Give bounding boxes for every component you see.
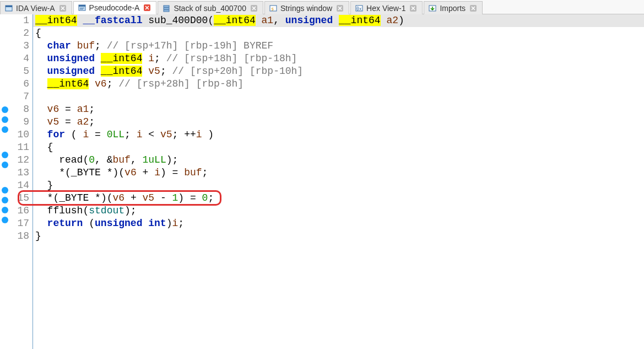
code-line-5[interactable]: unsigned __int64 v5; // [rsp+20h] [rbp-1… <box>33 65 644 78</box>
svg-text:0x: 0x <box>356 7 362 12</box>
code-line-4[interactable]: unsigned __int64 i; // [rsp+18h] [rbp-18… <box>33 52 644 65</box>
svg-rect-8 <box>164 10 169 12</box>
line-number: 4 <box>10 52 29 65</box>
hex-icon: 0x <box>355 4 363 12</box>
breakpoint-marker[interactable] <box>2 207 8 213</box>
tab-label: IDA View-A <box>16 4 55 13</box>
strings-icon: s <box>269 4 277 12</box>
imports-icon <box>429 4 436 12</box>
line-number: 13 <box>10 167 29 179</box>
svg-rect-7 <box>164 8 169 9</box>
breakpoint-marker[interactable] <box>2 152 8 158</box>
code-line-3[interactable]: char buf; // [rsp+17h] [rbp-19h] BYREF <box>33 40 644 52</box>
line-number: 2 <box>10 27 29 40</box>
tab-label: Hex View-1 <box>366 4 405 13</box>
tab-pseudocode-a[interactable]: Pseudocode-A <box>73 1 157 14</box>
line-number: 7 <box>10 90 29 103</box>
close-icon[interactable] <box>144 4 150 11</box>
line-number: 10 <box>10 128 29 141</box>
code-line-7[interactable] <box>33 90 644 103</box>
line-number: 9 <box>10 116 29 128</box>
code-line-15[interactable]: *(_BYTE *)(v6 + v5 - 1) = 0; <box>33 192 644 205</box>
close-icon[interactable] <box>59 5 66 12</box>
line-number: 8 <box>10 103 29 116</box>
line-number: 17 <box>10 217 29 230</box>
close-icon[interactable] <box>410 5 416 12</box>
close-icon[interactable] <box>470 5 477 12</box>
breakpoint-empty[interactable] <box>0 40 10 52</box>
stack-icon <box>163 4 170 12</box>
tab-bar: IDA View-APseudocode-AStack of sub_40070… <box>0 0 644 14</box>
breakpoint-empty[interactable] <box>0 52 10 65</box>
code-line-18[interactable]: } <box>33 230 644 243</box>
line-number: 11 <box>10 141 29 154</box>
code-line-13[interactable]: *(_BYTE *)(v6 + i) = buf; <box>33 167 644 179</box>
code-line-8[interactable]: v6 = a1; <box>33 103 644 116</box>
tab-label: Imports <box>440 4 466 13</box>
breakpoint-marker[interactable] <box>2 106 8 113</box>
code-line-9[interactable]: v5 = a2; <box>33 116 644 128</box>
svg-rect-5 <box>80 9 83 9</box>
line-number: 16 <box>10 205 29 217</box>
tab-hex-view-1[interactable]: 0xHex View-1 <box>350 1 423 14</box>
breakpoint-marker[interactable] <box>2 126 8 133</box>
breakpoint-empty[interactable] <box>0 136 10 148</box>
code-content[interactable]: __int64 __fastcall sub_400D00(__int64 a1… <box>33 14 644 349</box>
viewA-icon <box>5 4 13 12</box>
tab-label: Strings window <box>280 4 332 13</box>
code-area: 123456789101112131415161718 __int64 __fa… <box>0 14 644 349</box>
breakpoint-empty[interactable] <box>0 171 10 184</box>
breakpoint-marker[interactable] <box>2 116 8 123</box>
line-number-gutter: 123456789101112131415161718 <box>10 14 33 349</box>
close-icon[interactable] <box>251 5 257 12</box>
line-number: 6 <box>10 78 29 90</box>
line-number: 14 <box>10 179 29 192</box>
svg-rect-4 <box>80 8 84 8</box>
svg-text:s: s <box>271 6 274 12</box>
breakpoint-empty[interactable] <box>0 65 10 78</box>
breakpoint-empty[interactable] <box>0 78 10 90</box>
line-number: 3 <box>10 40 29 52</box>
code-line-6[interactable]: __int64 v6; // [rsp+28h] [rbp-8h] <box>33 78 644 90</box>
code-line-16[interactable]: fflush(stdout); <box>33 205 644 217</box>
line-number: 18 <box>10 230 29 243</box>
breakpoint-empty[interactable] <box>0 90 10 103</box>
tab-imports[interactable]: Imports <box>424 1 483 14</box>
code-line-17[interactable]: return (unsigned int)i; <box>33 217 644 230</box>
line-number: 12 <box>10 154 29 167</box>
pseudo-icon <box>78 4 86 12</box>
close-icon[interactable] <box>337 5 343 12</box>
line-number: 15 <box>10 192 29 205</box>
tab-ida-view-a[interactable]: IDA View-A <box>0 1 72 14</box>
code-line-1[interactable]: __int64 __fastcall sub_400D00(__int64 a1… <box>33 14 644 27</box>
tab-label: Pseudocode-A <box>89 3 140 12</box>
code-line-2[interactable]: { <box>33 27 644 40</box>
breakpoint-gutter[interactable] <box>0 14 10 349</box>
code-line-11[interactable]: { <box>33 141 644 154</box>
tab-stack-of-sub-400700[interactable]: Stack of sub_400700 <box>158 1 263 14</box>
breakpoint-empty[interactable] <box>0 14 10 27</box>
svg-rect-1 <box>6 6 12 7</box>
breakpoint-marker[interactable] <box>2 187 8 194</box>
svg-rect-6 <box>164 6 169 7</box>
line-number: 5 <box>10 65 29 78</box>
code-line-10[interactable]: for ( i = 0LL; i < v5; ++i ) <box>33 128 644 141</box>
code-line-12[interactable]: read(0, &buf, 1uLL); <box>33 154 644 167</box>
tab-label: Stack of sub_400700 <box>174 4 246 13</box>
line-number: 1 <box>10 14 29 27</box>
code-line-14[interactable]: } <box>33 179 644 192</box>
breakpoint-marker[interactable] <box>2 217 8 223</box>
breakpoint-empty[interactable] <box>0 27 10 40</box>
breakpoint-marker[interactable] <box>2 197 8 203</box>
svg-rect-3 <box>79 5 85 7</box>
breakpoint-marker[interactable] <box>2 162 8 168</box>
tab-strings-window[interactable]: sStrings window <box>264 1 349 14</box>
